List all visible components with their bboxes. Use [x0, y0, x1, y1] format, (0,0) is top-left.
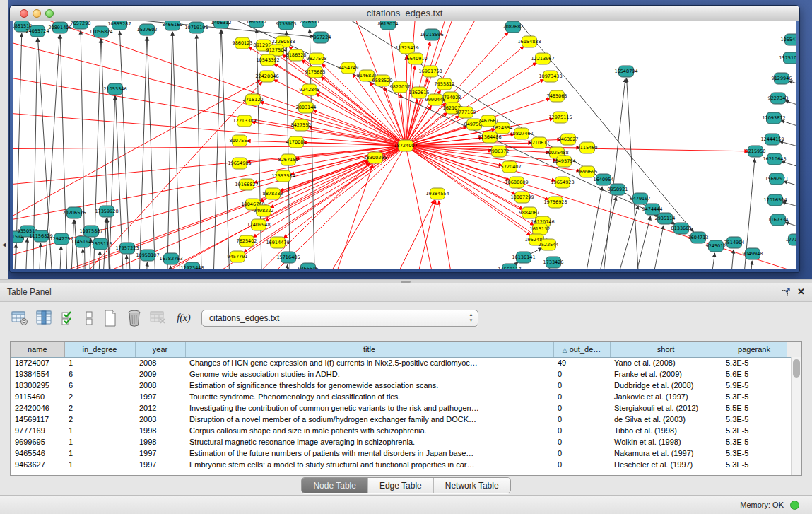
new-table-icon[interactable]	[100, 308, 120, 328]
row-height-icon[interactable]	[79, 308, 99, 328]
tab-node-table[interactable]: Node Table	[302, 478, 367, 493]
network-node[interactable]: 8267150	[278, 154, 299, 165]
network-node[interactable]: 1615132	[530, 223, 551, 235]
network-node[interactable]: 7957224	[311, 32, 331, 43]
table-row[interactable]: 969969511998Structural magnetic resonanc…	[11, 436, 802, 448]
network-node[interactable]: 7955812	[435, 78, 455, 90]
network-node[interactable]: 9699695	[577, 166, 598, 177]
network-node[interactable]: 17359928	[95, 206, 118, 217]
network-node[interactable]: 12444159	[760, 134, 784, 145]
network-node[interactable]: 19654923	[551, 177, 574, 188]
network-node[interactable]: 2803144	[296, 102, 317, 113]
network-node[interactable]: 12093872	[762, 112, 785, 124]
network-node[interactable]: 9129946	[772, 73, 792, 84]
network-node[interactable]: 9463627	[558, 134, 579, 145]
network-node[interactable]: 10719195	[184, 22, 208, 33]
function-builder-icon[interactable]: f(x)	[174, 308, 194, 328]
network-node[interactable]: 1604713	[688, 232, 709, 243]
network-node[interactable]: 8107553	[230, 135, 250, 146]
network-node[interactable]: 9990448	[425, 94, 446, 105]
column-header-title[interactable]: title	[185, 342, 553, 357]
network-node[interactable]: 15751074	[779, 52, 796, 64]
network-node[interactable]: 12942757	[49, 233, 73, 245]
network-node[interactable]: 16640910	[404, 53, 427, 64]
float-panel-icon[interactable]	[781, 288, 790, 297]
network-node[interactable]: 7657298	[71, 21, 91, 29]
network-node[interactable]: 9498222	[254, 205, 274, 216]
network-node[interactable]: 14569117	[498, 264, 521, 269]
network-node[interactable]: 20891406	[48, 22, 71, 33]
network-node[interactable]: 17016504	[763, 194, 787, 206]
network-node[interactable]: 9457791	[228, 251, 248, 262]
network-node[interactable]: 4170081	[286, 136, 307, 148]
network-node[interactable]: 12975115	[548, 112, 572, 123]
tab-edge-table[interactable]: Edge Table	[367, 478, 433, 493]
network-node[interactable]: 15692971	[765, 173, 788, 185]
network-node[interactable]: 15720407	[498, 161, 521, 173]
network-node[interactable]: 9465546	[298, 263, 319, 269]
network-node[interactable]: 19384554	[425, 188, 449, 199]
column-header-short[interactable]: short	[610, 342, 722, 357]
table-row[interactable]: 1456911722003Disruption of a novel membe…	[11, 414, 802, 425]
network-node[interactable]: 1640954	[594, 174, 614, 185]
table-scrollbar-thumb[interactable]	[793, 359, 800, 378]
network-node[interactable]: 8958921	[608, 184, 628, 195]
column-header-name[interactable]: name	[11, 342, 64, 357]
network-node[interactable]: 7514904	[724, 237, 745, 248]
window-titlebar[interactable]: citations_edges.txt	[10, 6, 799, 21]
network-node[interactable]: 9827508	[307, 53, 327, 64]
network-node[interactable]: 7625402	[237, 235, 257, 247]
network-node[interactable]: 9777169	[456, 107, 476, 118]
network-node[interactable]: 16154838	[517, 36, 541, 47]
network-node[interactable]: 9735903	[276, 21, 297, 30]
network-node[interactable]: 9245012	[706, 240, 726, 252]
table-settings-icon[interactable]	[10, 308, 30, 328]
network-node[interactable]: 8427552	[291, 119, 312, 131]
network-node[interactable]: 10688609	[505, 177, 528, 188]
network-node[interactable]: 2935114	[655, 213, 676, 224]
network-node[interactable]: 11325419	[395, 42, 418, 54]
network-node[interactable]: 8878332	[263, 188, 283, 199]
zoom-button[interactable]	[45, 9, 54, 18]
network-node[interactable]: 8186328	[286, 49, 307, 61]
network-node[interactable]: 21053346	[103, 83, 126, 95]
table-row[interactable]: 911546021997Tourette syndrome. Phenomeno…	[11, 391, 802, 402]
network-node[interactable]: 1527602	[137, 24, 158, 35]
network-node[interactable]: 2087682	[503, 21, 524, 33]
network-node[interactable]: 1167334	[768, 214, 789, 226]
network-node[interactable]: 12213967	[531, 53, 554, 64]
tab-network-table[interactable]: Network Table	[433, 478, 510, 493]
network-node[interactable]: 8466160	[163, 21, 183, 30]
network-node[interactable]: 8613074	[378, 21, 399, 30]
table-row[interactable]: 1830029562008Estimation of significance …	[11, 380, 802, 391]
network-node[interactable]: 16210643	[763, 153, 786, 165]
network-node[interactable]: 10807467	[510, 128, 533, 139]
network-node[interactable]: 9860123	[233, 37, 253, 49]
network-node[interactable]: 19218596	[420, 29, 443, 40]
panel-collapse-arrow-icon[interactable]: ◄	[1, 242, 7, 248]
network-node[interactable]: 9242848	[300, 84, 320, 95]
network-node[interactable]: 8454749	[339, 62, 359, 74]
dropdown-stepper-icon[interactable]: ▲▼	[467, 312, 475, 325]
select-all-checks-icon[interactable]	[58, 308, 78, 328]
network-node[interactable]: 9884067	[519, 207, 540, 218]
column-header-in_degree[interactable]: in_degree	[64, 342, 135, 357]
table-row[interactable]: 977716911998Corpus callosum shape and si…	[11, 425, 802, 436]
network-node[interactable]: 19756928	[543, 197, 567, 208]
network-node[interactable]: 9049948	[743, 248, 763, 259]
network-node[interactable]: 9175685	[305, 66, 326, 78]
column-header-out_degree[interactable]: △out_de…	[553, 342, 610, 357]
table-row[interactable]: 1938455462009Genome-wide association stu…	[11, 368, 802, 380]
network-node[interactable]: 8215958	[746, 146, 766, 157]
table-row[interactable]: 946554611997Estimation of the future num…	[11, 448, 802, 459]
network-node[interactable]: 2226511	[300, 21, 320, 28]
close-button[interactable]	[20, 9, 28, 18]
network-node[interactable]: 2718120	[243, 94, 264, 105]
network-node[interactable]: 10655287	[107, 21, 131, 30]
network-node[interactable]: 19166827	[235, 179, 258, 190]
network-node[interactable]: 7485063	[547, 90, 567, 102]
network-node[interactable]: 6479197	[630, 193, 651, 204]
network-node[interactable]: 15716485	[276, 252, 300, 263]
network-node[interactable]: 7986372	[489, 146, 510, 157]
delete-rows-icon[interactable]	[124, 308, 144, 328]
